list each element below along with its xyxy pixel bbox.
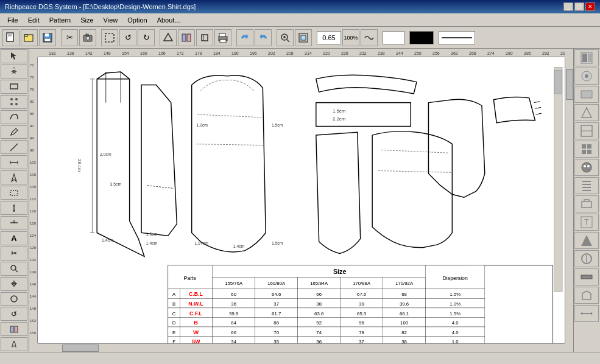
vertical-scrollbar[interactable] [565, 57, 573, 343]
menu-size[interactable]: Size [76, 15, 98, 25]
rotate-left-button[interactable]: ↺ [119, 29, 136, 46]
mirror-piece-tool[interactable] [1, 322, 27, 336]
svg-text:59.9: 59.9 [229, 311, 238, 317]
svg-text:1.5%: 1.5% [450, 311, 461, 317]
menu-edit[interactable]: Edit [23, 15, 44, 25]
svg-text:66.1: 66.1 [400, 311, 409, 317]
menu-option[interactable]: Option [122, 15, 152, 25]
rp-button-4[interactable] [574, 104, 599, 121]
canvas-content[interactable]: 2.0cm 3.5cm 1.4cm 28 cm 1.4cm 1.5cm [38, 57, 565, 343]
wave-button[interactable] [361, 29, 378, 46]
new-button[interactable] [2, 29, 19, 46]
svg-rect-277 [588, 54, 592, 62]
svg-text:144: 144 [30, 295, 37, 298]
svg-text:148: 148 [104, 51, 111, 55]
svg-text:155/76A: 155/76A [225, 281, 243, 286]
svg-text:39: 39 [359, 301, 364, 307]
svg-text:64.6: 64.6 [272, 292, 281, 297]
seam-tool[interactable] [1, 186, 27, 200]
node-tool[interactable] [1, 95, 27, 109]
line-style-selector[interactable] [439, 31, 475, 44]
rectangle-tool[interactable] [1, 80, 27, 94]
redo-button[interactable] [255, 29, 272, 46]
svg-text:98: 98 [30, 149, 34, 152]
color-selector[interactable] [409, 31, 434, 44]
ruler-left: 72 76 78 82 86 90 94 98 102 106 109 112 … [29, 57, 38, 343]
svg-text:70: 70 [274, 330, 279, 335]
select-button[interactable] [101, 29, 118, 46]
rp-button-12[interactable] [574, 250, 599, 267]
rp-button-11[interactable] [574, 232, 599, 249]
close-button[interactable]: ✕ [585, 2, 595, 11]
svg-point-27 [10, 98, 13, 100]
svg-text:82: 82 [401, 330, 407, 335]
rp-button-14[interactable] [574, 287, 599, 304]
rp-button-9[interactable] [574, 195, 599, 212]
rotate-right-button[interactable]: ↻ [138, 29, 155, 46]
menu-file[interactable]: File [2, 15, 23, 25]
mirror-button[interactable] [178, 29, 195, 46]
zoom-100-button[interactable]: 100% [342, 29, 359, 46]
ruler-top: 132 138 142 148 154 160 166 172 178 184 … [38, 49, 565, 57]
zoom-in-button[interactable] [277, 29, 294, 46]
svg-point-42 [11, 265, 16, 270]
menu-view[interactable]: View [99, 15, 123, 25]
svg-rect-26 [10, 84, 18, 89]
menu-about[interactable]: About... [152, 15, 185, 25]
cut-button[interactable]: ✂ [61, 29, 78, 46]
line-tool[interactable] [1, 140, 27, 154]
rotate-tool[interactable]: ↺ [1, 307, 27, 321]
print-button[interactable] [214, 29, 231, 46]
number-input[interactable]: 2 [383, 31, 404, 44]
camera-button[interactable] [79, 29, 96, 46]
rp-button-1[interactable] [574, 49, 599, 66]
dart-tool[interactable] [1, 170, 27, 184]
svg-text:160/80A: 160/80A [267, 281, 286, 286]
svg-text:112: 112 [30, 197, 37, 201]
svg-rect-15 [187, 34, 191, 41]
svg-rect-1 [8, 34, 12, 35]
pencil-tool[interactable] [1, 125, 27, 139]
text-tool[interactable]: A [1, 231, 27, 245]
rp-button-15[interactable] [574, 305, 599, 322]
rp-button-8[interactable] [574, 177, 599, 194]
rp-button-13[interactable] [574, 268, 599, 285]
svg-text:E: E [172, 330, 175, 335]
rp-button-10[interactable]: T [574, 214, 599, 231]
horizontal-scrollbar[interactable] [38, 343, 565, 352]
svg-text:256: 256 [432, 51, 440, 55]
scissors-tool[interactable]: ✂ [1, 247, 27, 261]
move-tool[interactable] [1, 65, 27, 79]
rp-button-6[interactable] [574, 141, 599, 158]
piece-button[interactable] [196, 29, 213, 46]
rp-button-3[interactable] [574, 86, 599, 103]
open-button[interactable] [21, 29, 38, 46]
canvas-area[interactable]: 132 138 142 148 154 160 166 172 178 184 … [29, 49, 573, 352]
zoom-tool[interactable] [1, 262, 27, 276]
select-tool[interactable] [1, 49, 27, 63]
svg-marker-39 [13, 210, 15, 212]
svg-text:1.0%: 1.0% [450, 301, 461, 307]
pan-tool[interactable] [1, 277, 27, 291]
maximize-button[interactable]: □ [574, 2, 584, 11]
undo-button[interactable] [236, 29, 253, 46]
measure-tool[interactable] [1, 155, 27, 169]
svg-point-48 [13, 341, 15, 343]
rp-button-7[interactable] [574, 159, 599, 176]
rp-button-5[interactable] [574, 122, 599, 139]
svg-text:SW: SW [191, 338, 200, 343]
minimize-button[interactable]: _ [563, 2, 573, 11]
zoom-fit-button[interactable] [295, 29, 312, 46]
node-button[interactable] [160, 29, 177, 46]
svg-text:156: 156 [30, 331, 37, 335]
walk-tool[interactable] [1, 337, 27, 351]
menu-pattern[interactable]: Pattern [44, 15, 76, 25]
circle-tool[interactable] [1, 292, 27, 306]
svg-point-28 [15, 98, 18, 100]
save-button[interactable] [39, 29, 56, 46]
bezier-tool[interactable] [1, 110, 27, 124]
grainline-tool[interactable] [1, 201, 27, 215]
zoom-input[interactable] [317, 31, 341, 44]
notch-tool[interactable] [1, 216, 27, 230]
rp-button-2[interactable] [574, 68, 599, 85]
